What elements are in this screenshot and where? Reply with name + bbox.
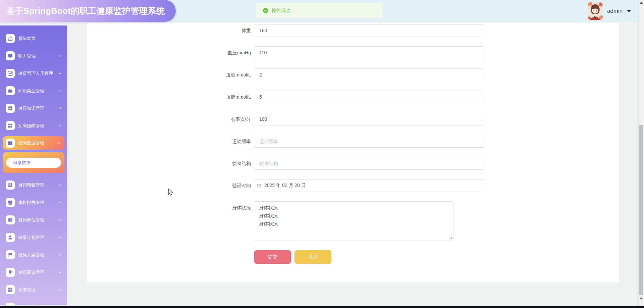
sidebar-item-checkup-report-mgmt[interactable]: 体检报告管理 (0, 194, 67, 211)
field-label-blood-sugar: 血糖mmol/L (87, 68, 254, 81)
clipboard-icon (6, 181, 15, 190)
field-label-exercise-frequency: 运动频率 (87, 135, 254, 148)
sidebar-item-label: 健康方案管理 (18, 252, 44, 258)
home-icon (6, 34, 15, 43)
trend-chart-icon (6, 69, 15, 78)
wallet-icon (6, 215, 15, 224)
sidebar-item-staff-mgmt[interactable]: 职工管理 (0, 47, 67, 64)
app-title: 基于SpringBoot的职工健康监护管理系统 (6, 5, 165, 16)
sidebar-item-knowledge-type-mgmt[interactable]: 知识类型管理 (0, 82, 67, 99)
app-root: { "app": { "title": "基于SpringBoot的职工健康监护… (0, 0, 644, 308)
chevron-down-icon (58, 218, 62, 222)
input-blood-sugar[interactable] (254, 68, 484, 81)
grid-icon (6, 121, 15, 130)
sidebar-item-health-plan-mgmt[interactable]: 健康计划管理 (0, 229, 67, 246)
form-row-diet-structure: 饮食结构 (87, 157, 619, 170)
sidebar-item-label: 健康计划管理 (18, 235, 44, 241)
bulb-icon (6, 268, 15, 277)
sidebar-nav: 系统首页职工管理健康管理人员管理知识类型管理健康知识管理疾病预防管理健康数据管理… (0, 25, 67, 305)
chevron-down-icon (58, 89, 62, 93)
sidebar-item-health-advice-mgmt[interactable]: 健康建议管理 (0, 264, 67, 281)
chevron-down-icon (58, 200, 62, 205)
field-control-weight (254, 24, 484, 37)
sidebar-item-system-mgmt[interactable]: 系统管理 (0, 281, 67, 298)
form-row-weight: 体重 (87, 24, 619, 37)
user-dropdown-caret-icon[interactable] (627, 10, 631, 12)
field-label-register-time: 登记时间 (87, 179, 254, 192)
cancel-button[interactable]: 取消 (294, 250, 331, 264)
field-control-diet-structure (254, 157, 484, 170)
sidebar-item-label: 健康知识管理 (18, 105, 44, 111)
input-blood-fat[interactable] (254, 91, 484, 103)
sidebar-item-health-warning-mgmt[interactable]: 健康预警管理 (0, 176, 67, 194)
submit-button[interactable]: 提交 (254, 250, 291, 264)
input-exercise-frequency[interactable] (254, 135, 484, 148)
chevron-down-icon (58, 71, 62, 75)
input-diet-structure[interactable] (254, 157, 484, 170)
chevron-up-icon (57, 141, 61, 145)
health-data-form: 体重血压mmHg血糖mmol/L血脂mmol/L心率次/分运动频率饮食结构登记时… (87, 24, 619, 264)
field-control-heart-rate (254, 113, 484, 125)
chevron-down-icon (58, 235, 62, 240)
form-row-blood-pressure: 血压mmHg (87, 46, 619, 59)
sidebar-item-health-scheme-mgmt[interactable]: 健康方案管理 (0, 246, 67, 263)
grid-icon (6, 285, 15, 294)
form-row-blood-fat: 血脂mmol/L (87, 91, 619, 103)
user-menu[interactable]: admin (588, 2, 631, 20)
sidebar-subitem-health-data[interactable]: 健康数据 (6, 158, 61, 168)
toast-message: 操作成功 (272, 8, 290, 14)
textarea-body-condition[interactable] (254, 201, 453, 241)
sidebar-item-health-manager-mgmt[interactable]: 健康管理人员管理 (0, 65, 67, 82)
sidebar-item-label: 系统首页 (18, 36, 36, 42)
sidebar-item-label: 职工管理 (18, 53, 36, 59)
person-icon (6, 233, 15, 242)
form-row-exercise-frequency: 运动频率 (87, 135, 619, 148)
field-label-diet-structure: 饮食结构 (87, 157, 254, 170)
username-label[interactable]: admin (607, 8, 623, 14)
vertical-scrollbar[interactable] (638, 0, 644, 308)
flag-icon (6, 250, 15, 259)
monitor-icon (6, 198, 15, 207)
form-row-heart-rate: 心率次/分 (87, 113, 619, 125)
success-check-icon (263, 8, 268, 13)
top-header: 基于SpringBoot的职工健康监护管理系统 操作成功 ad (0, 0, 644, 22)
chevron-down-icon (58, 183, 62, 187)
sidebar-item-health-data-mgmt[interactable]: 健康数据管理 (3, 136, 64, 150)
sidebar-item-label: 健康建议管理 (18, 269, 44, 275)
sidebar-submenu-health-data-mgmt: 健康数据 (3, 152, 64, 173)
scrollbar-thumb[interactable] (639, 125, 643, 295)
chevron-down-icon (58, 253, 62, 257)
window-bottom-edge (0, 306, 644, 308)
sidebar-item-health-knowledge-mgmt[interactable]: 健康知识管理 (0, 100, 67, 117)
form-row-register-time: 登记时间 (87, 179, 619, 192)
input-heart-rate[interactable] (254, 113, 484, 125)
form-card: 体重血压mmHg血糖mmol/L血脂mmol/L心率次/分运动频率饮食结构登记时… (87, 23, 619, 283)
sidebar-item-label: 体检报告管理 (18, 200, 44, 206)
scrollbar-up-arrow-icon[interactable] (640, 2, 643, 4)
sidebar-item-label: 健康数据管理 (18, 140, 44, 146)
sidebar-item-disease-prevention-mgmt[interactable]: 疾病预防管理 (0, 117, 67, 134)
sidebar-item-label: 疾病预防管理 (18, 123, 44, 129)
success-toast: 操作成功 (256, 3, 382, 18)
sidebar-item-home[interactable]: 系统首页 (0, 30, 67, 47)
field-label-heart-rate: 心率次/分 (87, 113, 254, 125)
input-blood-pressure[interactable] (254, 46, 484, 59)
field-label-blood-fat: 血脂mmol/L (87, 91, 254, 103)
sidebar-item-health-assessment-mgmt[interactable]: 健康评估管理 (0, 211, 67, 228)
field-control-exercise-frequency (254, 135, 484, 148)
sidebar-item-personal-center[interactable]: 个人中心 (0, 299, 67, 305)
chevron-down-icon (58, 106, 62, 110)
user-avatar[interactable] (588, 2, 603, 20)
input-weight[interactable] (254, 24, 484, 37)
field-label-blood-pressure: 血压mmHg (87, 46, 254, 59)
date-input-register-time[interactable] (254, 179, 484, 192)
field-control-blood-fat (254, 91, 484, 103)
chevron-down-icon (58, 288, 62, 292)
scrollbar-down-arrow-icon[interactable] (640, 298, 643, 300)
sidebar-item-label: 健康预警管理 (18, 182, 44, 188)
monitor-icon (6, 51, 15, 60)
form-buttons: 提交取消 (254, 250, 619, 264)
ticket-icon (6, 139, 15, 148)
sidebar-item-label: 系统管理 (18, 287, 36, 293)
app-title-pill: 基于SpringBoot的职工健康监护管理系统 (0, 0, 176, 22)
